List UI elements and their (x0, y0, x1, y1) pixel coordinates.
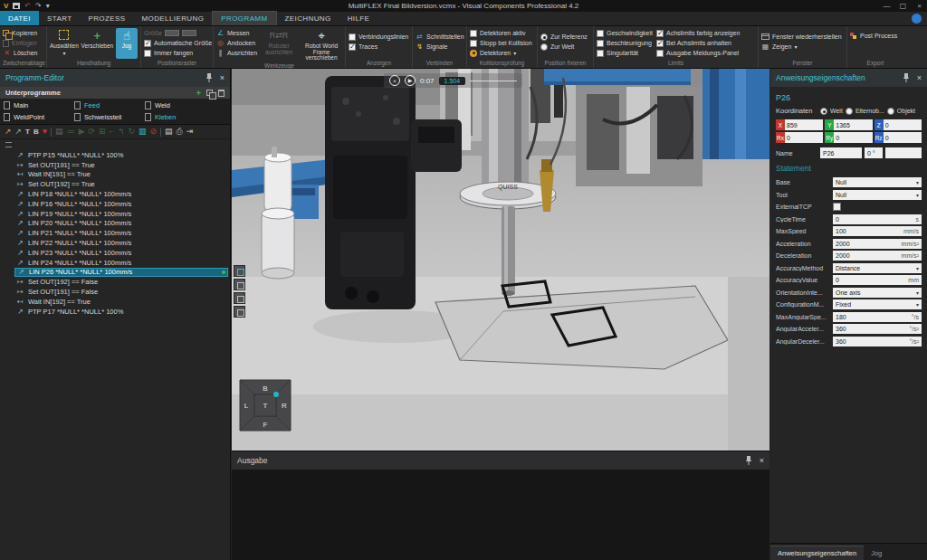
max-angular-speed-input[interactable]: 180°/s (833, 312, 922, 322)
pin-icon[interactable] (903, 73, 910, 82)
halt-statement-icon[interactable]: ♥ (43, 128, 47, 136)
lin-statement-icon[interactable]: ↗ (15, 128, 23, 136)
show-menu-button[interactable]: ▦Zeigen▾ (761, 42, 842, 52)
subprogram-kleben[interactable]: Kleben (145, 113, 215, 121)
undo-icon[interactable]: ↶ (24, 3, 31, 10)
angular-deceleration-input[interactable]: 360°/s² (833, 337, 922, 346)
pin-icon[interactable] (745, 456, 752, 465)
delete-subprogram-icon[interactable] (218, 90, 225, 97)
pin-icon[interactable] (205, 73, 213, 82)
statement-row[interactable]: ↗LIN P16 *NULL* *NULL* 100mm/s (14, 199, 230, 209)
loop-icon[interactable]: ⟳ (89, 128, 96, 136)
account-icon[interactable] (912, 14, 922, 24)
max-speed-input[interactable]: 100mm/s (833, 226, 922, 236)
post-process-button[interactable]: Post Process (850, 28, 897, 38)
tab-hilfe[interactable]: HILFE (339, 11, 378, 25)
statement-row[interactable]: ↦Set OUT[192] == True (14, 179, 230, 189)
detectors-menu-button[interactable]: Detektoren▾ (470, 48, 532, 58)
play-button[interactable]: ▶ (405, 75, 416, 86)
statement-row[interactable]: ↤Wait IN[191] == True (14, 170, 230, 180)
subprogram-feed[interactable]: Feed (74, 101, 145, 109)
interfaces-button[interactable]: ⇄Schnittstellen (416, 32, 464, 42)
statement-row[interactable]: ↦Set OUT[191] == False (14, 287, 230, 297)
tab-start[interactable]: START (39, 11, 80, 25)
connection-lines-checkbox[interactable]: Verbindungslinien (349, 32, 408, 42)
play-icon[interactable]: ▶ (79, 128, 85, 136)
close-icon[interactable]: × (220, 73, 225, 82)
rz-field[interactable]: Rz0 (874, 132, 922, 143)
name-input[interactable]: P26 (820, 147, 862, 158)
statement-row[interactable]: ↗LIN P22 *NULL* *NULL* 100mm/s (14, 238, 230, 248)
print-icon[interactable]: ⎙ (177, 128, 183, 136)
subprogram-main[interactable]: Main (4, 101, 74, 109)
select-button[interactable]: Auswählen▾ (50, 28, 79, 59)
render-mode-button[interactable] (234, 292, 245, 304)
tab-zeichnung[interactable]: ZEICHNUNG (277, 11, 339, 25)
accuracy-value-input[interactable]: 0mm (833, 275, 922, 285)
statement-row[interactable]: ↗LIN P19 *NULL* *NULL* 100mm/s (14, 209, 230, 219)
orientation-interpolation-dropdown[interactable]: One axis▾ (833, 288, 922, 298)
restore-windows-button[interactable]: Fenster wiederherstellen (761, 32, 842, 42)
statement-row[interactable]: ↗PTP P17 *NULL* *NULL* 100% (14, 307, 230, 317)
base-dropdown[interactable]: Null▾ (833, 177, 922, 187)
subprogram-schweissteil[interactable]: Schweissteil (74, 113, 145, 121)
axis-limits-color-checkbox[interactable]: Achslimits farbig anzeigen (656, 28, 740, 38)
simulation-speed[interactable]: 1.504 (439, 77, 466, 85)
y-field[interactable]: Y1365 (825, 119, 872, 130)
ptp-statement-icon[interactable]: ↗ (5, 128, 12, 136)
refresh-icon[interactable]: ↻ (128, 128, 135, 136)
acceleration-limit-checkbox[interactable]: Beschleunigung (597, 38, 653, 48)
subprogram-weld[interactable]: Weld (145, 101, 215, 109)
tab-jog[interactable]: Jog (864, 546, 889, 560)
statement-row[interactable]: ↗PTP P15 *NULL* *NULL* 100% (14, 150, 230, 160)
assign-icon[interactable]: ≔ (67, 128, 75, 136)
minimize-button[interactable]: — (879, 1, 894, 12)
angle-stepper[interactable]: 0 ° (865, 147, 883, 158)
acceleration-input[interactable]: 2000mm/s² (833, 239, 922, 249)
angular-acceleration-input[interactable]: 360°/s² (833, 324, 922, 334)
stop-on-collision-checkbox[interactable]: Stopp bei Kollision (470, 38, 532, 48)
statement-row[interactable]: ↗LIN P20 *NULL* *NULL* 100mm/s (14, 219, 230, 229)
speed-slider[interactable] (470, 81, 517, 81)
external-tcp-checkbox[interactable] (833, 203, 841, 211)
to-world-radio[interactable]: Zur Welt (540, 42, 588, 52)
grid-snap-icon[interactable]: ⊞ (99, 128, 106, 136)
speed-limit-checkbox[interactable]: Geschwindigkeit (597, 28, 653, 38)
detectors-active-checkbox[interactable]: Detektoren aktiv (470, 28, 532, 38)
z-field[interactable]: Z0 (874, 119, 922, 130)
tab-datei[interactable]: DATEI (0, 11, 39, 25)
statement-row[interactable]: ↗LIN P18 *NULL* *NULL* 100mm/s (14, 189, 230, 199)
move-button[interactable]: +Verschieben (82, 28, 112, 59)
x-field[interactable]: X859 (776, 119, 823, 130)
copy-button[interactable]: Kopieren (3, 28, 37, 38)
robot-world-frame-button[interactable]: ⌖Robot World Frame verschieben (301, 28, 342, 62)
duplicate-subprogram-icon[interactable] (206, 90, 213, 96)
coord-parent-radio[interactable]: Elternob... (855, 108, 884, 114)
statement-row[interactable]: ↦Set OUT[191] == True (14, 160, 230, 170)
measure-button[interactable]: ∠Messen (216, 28, 257, 38)
tab-modellierung[interactable]: MODELLIERUNG (133, 11, 212, 25)
close-icon[interactable]: × (917, 73, 922, 82)
tab-anweisungseigenschaften[interactable]: Anweisungseigenschaften (770, 546, 864, 560)
touchup-icon[interactable]: ▥ (139, 128, 147, 136)
tab-prozess[interactable]: PROZESS (80, 11, 133, 25)
accuracy-method-dropdown[interactable]: Distance▾ (833, 263, 922, 273)
ry-field[interactable]: Ry0 (825, 132, 872, 143)
coord-object-radio[interactable]: Objekt (897, 108, 915, 114)
deceleration-input[interactable]: 2000mm/s² (833, 251, 922, 261)
to-reference-radio[interactable]: Zur Referenz (540, 32, 588, 42)
singularity-checkbox[interactable]: Singularität (597, 48, 653, 58)
output-log[interactable] (232, 470, 769, 560)
restart-button[interactable]: « (389, 75, 400, 86)
name-extra-field[interactable] (885, 147, 922, 158)
routine-scope-row[interactable] (0, 139, 230, 150)
output-message-panel-checkbox[interactable]: Ausgabe Meldungs-Panel (656, 48, 740, 58)
tab-programm[interactable]: PROGRAMM (212, 11, 276, 25)
redo-icon[interactable]: ↷ (35, 3, 42, 10)
statement-row[interactable]: ↦Set OUT[192] == False (14, 277, 230, 287)
view-selector-button[interactable] (234, 279, 245, 290)
auto-size-checkbox[interactable]: Automatische Größe (144, 38, 212, 48)
fit-view-button[interactable] (234, 265, 245, 277)
delete-button[interactable]: ✕Löschen (3, 48, 37, 58)
rx-field[interactable]: Rx0 (776, 132, 823, 143)
